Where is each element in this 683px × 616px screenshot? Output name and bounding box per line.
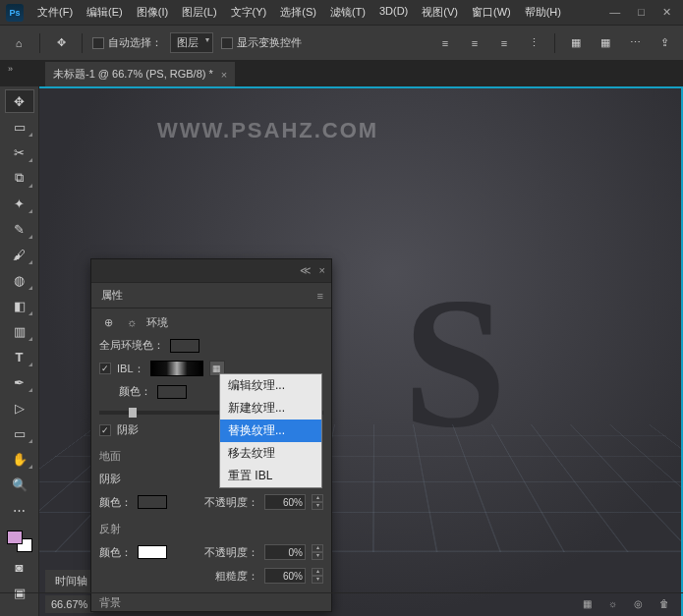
- reflect-opacity-input[interactable]: [264, 544, 306, 560]
- panel-menu-icon[interactable]: ≡: [310, 290, 331, 302]
- menu-help[interactable]: 帮助(H): [519, 1, 567, 24]
- hand-tool[interactable]: ✋: [6, 448, 33, 470]
- show-transform-checkbox[interactable]: 显示变换控件: [221, 35, 302, 50]
- ibl-preview[interactable]: [150, 361, 203, 376]
- menu-filter[interactable]: 滤镜(T): [324, 1, 371, 24]
- eraser-tool[interactable]: ◧: [6, 295, 33, 316]
- reflect-opacity-label: 不透明度：: [204, 545, 258, 560]
- ibl-checkbox[interactable]: ✓: [99, 363, 111, 374]
- ctx-new-texture[interactable]: 新建纹理...: [220, 397, 321, 420]
- gradient-tool[interactable]: ▥: [6, 320, 33, 342]
- auto-select-dropdown[interactable]: 图层: [170, 32, 213, 53]
- shadow-label: 阴影: [117, 422, 139, 437]
- more-icon[interactable]: ⋯: [624, 32, 646, 54]
- ctx-edit-texture[interactable]: 编辑纹理...: [220, 374, 321, 397]
- menu-view[interactable]: 视图(V): [416, 1, 464, 24]
- ctx-remove-texture[interactable]: 移去纹理: [220, 442, 321, 465]
- ground-color-label: 颜色：: [99, 495, 132, 510]
- document-tab-title: 未标题-1 @ 66.7% (PS, RGB/8) *: [53, 67, 213, 82]
- 3d-light-icon[interactable]: ☼: [608, 598, 624, 612]
- menu-select[interactable]: 选择(S): [274, 1, 322, 24]
- clone-tool[interactable]: ◍: [6, 269, 33, 291]
- ibl-color-label: 颜色：: [119, 384, 151, 399]
- env-section-label: 环境: [146, 315, 168, 330]
- dist-icon[interactable]: ⋮: [523, 32, 544, 54]
- roughness-label: 粗糙度：: [215, 569, 258, 584]
- align-icon[interactable]: ≡: [434, 32, 456, 54]
- app-logo: Ps: [6, 4, 24, 22]
- reflect-section-label: 反射: [99, 522, 323, 536]
- global-env-color-label: 全局环境色：: [99, 338, 164, 353]
- color-swatch[interactable]: [7, 531, 32, 552]
- path-select-tool[interactable]: ▷: [6, 397, 33, 419]
- move-tool[interactable]: ✥: [6, 90, 33, 112]
- wand-tool[interactable]: ✦: [6, 193, 33, 214]
- shape-tool[interactable]: ▭: [6, 422, 33, 444]
- auto-select-checkbox[interactable]: 自动选择：: [92, 35, 162, 50]
- move-tool-icon[interactable]: ✥: [50, 32, 72, 54]
- ground-opacity-input[interactable]: [264, 494, 306, 510]
- document-tab[interactable]: 未标题-1 @ 66.7% (PS, RGB/8) * ×: [45, 62, 235, 86]
- marquee-tool[interactable]: ▭: [6, 116, 33, 138]
- win-max-icon[interactable]: □: [638, 6, 645, 19]
- menu-layer[interactable]: 图层(L): [176, 1, 222, 24]
- panel-collapse-icon[interactable]: ≪: [300, 264, 312, 277]
- brush-tool[interactable]: 🖌: [6, 244, 33, 265]
- 3d-delete-icon[interactable]: 🗑: [659, 598, 675, 612]
- menu-type[interactable]: 文字(Y): [225, 1, 273, 24]
- edit-toolbar[interactable]: ⋯: [6, 499, 33, 521]
- lasso-tool[interactable]: ✂: [6, 141, 33, 163]
- ibl-color-swatch[interactable]: [157, 385, 187, 399]
- menu-edit[interactable]: 编辑(E): [81, 1, 129, 24]
- shadow-checkbox[interactable]: ✓: [99, 424, 111, 436]
- reflect-color-swatch[interactable]: [138, 545, 167, 559]
- pen-tool[interactable]: ✒: [6, 371, 33, 393]
- align3-icon[interactable]: ≡: [493, 32, 515, 54]
- zoom-tool[interactable]: 🔍: [6, 474, 33, 495]
- auto-select-label: 自动选择：: [108, 35, 162, 50]
- ibl-context-menu: 编辑纹理... 新建纹理... 替换纹理... 移去纹理 重置 IBL: [219, 373, 322, 488]
- menu-window[interactable]: 窗口(W): [466, 1, 517, 24]
- ground-opacity-label: 不透明度：: [204, 495, 258, 510]
- crop-tool[interactable]: ⧉: [6, 167, 33, 189]
- show-transform-label: 显示变换控件: [237, 35, 302, 50]
- global-env-color-swatch[interactable]: [170, 339, 199, 353]
- menubar: 文件(F) 编辑(E) 图像(I) 图层(L) 文字(Y) 选择(S) 滤镜(T…: [31, 1, 609, 24]
- type-tool[interactable]: T: [6, 346, 33, 367]
- tab-pin-icon[interactable]: »: [8, 64, 13, 74]
- eyedropper-tool[interactable]: ✎: [6, 218, 33, 240]
- share-icon[interactable]: ⇪: [654, 32, 675, 54]
- 3dmode-icon[interactable]: ▦: [565, 32, 587, 54]
- reflect-color-label: 颜色：: [99, 545, 132, 560]
- ctx-replace-texture[interactable]: 替换纹理...: [220, 420, 321, 442]
- home-icon[interactable]: ⌂: [8, 32, 29, 54]
- roughness-spinner[interactable]: ▴▾: [312, 568, 323, 584]
- ctx-reset-ibl[interactable]: 重置 IBL: [220, 465, 321, 487]
- properties-tab[interactable]: 属性: [91, 283, 133, 308]
- align2-icon[interactable]: ≡: [464, 32, 485, 54]
- 3d-render-icon[interactable]: ▦: [583, 598, 598, 612]
- tools-panel: ✥ ▭ ✂ ⧉ ✦ ✎ 🖌 ◍ ◧ ▥ T ✒ ▷ ▭ ✋ 🔍 ⋯ ◙ ▣: [0, 86, 39, 616]
- env-bulb-icon: ☼: [123, 314, 141, 330]
- mask-mode[interactable]: ◙: [6, 556, 33, 578]
- win-close-icon[interactable]: ✕: [662, 6, 671, 19]
- close-tab-icon[interactable]: ×: [221, 69, 227, 81]
- 3d-camera-icon[interactable]: ◎: [634, 598, 650, 612]
- ground-shadow-label: 阴影: [99, 472, 121, 486]
- ibl-label: IBL：: [117, 362, 144, 376]
- menu-file[interactable]: 文件(F): [31, 1, 79, 24]
- roughness-input[interactable]: [264, 568, 306, 584]
- 3dmode2-icon[interactable]: ▦: [595, 32, 616, 54]
- ground-color-swatch[interactable]: [138, 495, 167, 509]
- menu-image[interactable]: 图像(I): [131, 1, 174, 24]
- reflect-opacity-spinner[interactable]: ▴▾: [312, 544, 323, 560]
- watermark-text: WWW.PSAHZ.COM: [157, 118, 378, 143]
- win-min-icon[interactable]: —: [609, 6, 620, 19]
- ground-opacity-spinner[interactable]: ▴▾: [312, 494, 323, 510]
- panel-close-icon[interactable]: ×: [319, 264, 325, 277]
- menu-3d[interactable]: 3D(D): [373, 1, 414, 24]
- env-globe-icon: ⊕: [99, 314, 117, 330]
